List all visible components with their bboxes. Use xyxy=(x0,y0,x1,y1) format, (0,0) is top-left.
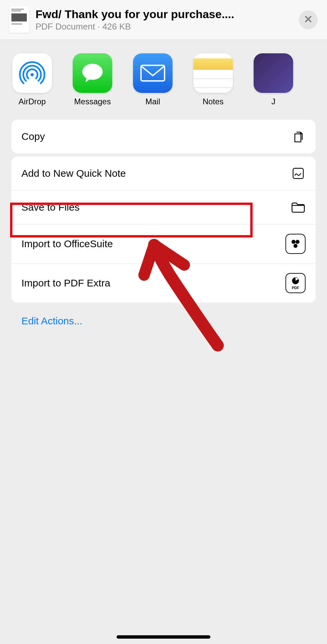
share-app-journal[interactable]: J xyxy=(253,53,293,106)
share-app-mail[interactable]: Mail xyxy=(133,53,173,106)
edit-actions-button[interactable]: Edit Actions... xyxy=(0,306,327,336)
action-label: Add to New Quick Note xyxy=(21,168,126,179)
quick-note-icon xyxy=(291,166,306,181)
document-thumbnail xyxy=(9,7,29,33)
edit-actions-label: Edit Actions... xyxy=(21,315,82,326)
messages-icon xyxy=(73,53,112,93)
save-to-files-action[interactable]: Save to Files xyxy=(11,191,316,224)
action-group-copy: Copy xyxy=(11,120,316,153)
share-app-messages[interactable]: Messages xyxy=(72,53,113,106)
svg-point-7 xyxy=(293,244,298,248)
share-app-notes[interactable]: Notes xyxy=(193,53,233,106)
svg-rect-3 xyxy=(293,168,304,179)
copy-icon xyxy=(291,129,306,144)
mail-icon xyxy=(133,53,173,93)
action-group-main: Add to New Quick Note Save to Files Impo… xyxy=(11,157,316,303)
close-icon xyxy=(304,15,313,25)
document-title: Fwd/ Thank you for your purchase.... xyxy=(36,8,292,21)
app-label: AirDrop xyxy=(18,97,46,106)
svg-point-5 xyxy=(291,240,296,244)
home-indicator[interactable] xyxy=(117,635,210,639)
action-label: Import to PDF Extra xyxy=(21,277,110,289)
officesuite-icon xyxy=(285,234,306,254)
svg-point-1 xyxy=(82,64,103,80)
action-label: Save to Files xyxy=(21,202,79,213)
pdf-badge-label: PDF xyxy=(292,286,299,290)
import-pdfextra-action[interactable]: Import to PDF Extra PDF xyxy=(11,264,316,303)
share-app-airdrop[interactable]: AirDrop xyxy=(12,53,52,106)
app-label: J xyxy=(271,97,275,106)
pdfextra-icon: PDF xyxy=(285,273,306,293)
app-label: Notes xyxy=(203,97,224,106)
share-apps-row[interactable]: AirDrop Messages Mail Notes J xyxy=(0,40,327,116)
document-subtitle: PDF Document · 426 KB xyxy=(36,21,292,32)
folder-icon xyxy=(291,200,306,215)
app-label: Mail xyxy=(145,97,160,106)
airdrop-icon xyxy=(12,53,52,93)
copy-action[interactable]: Copy xyxy=(11,120,316,153)
action-label: Import to OfficeSuite xyxy=(21,238,113,250)
import-officesuite-action[interactable]: Import to OfficeSuite xyxy=(11,224,316,264)
svg-rect-2 xyxy=(141,65,165,81)
notes-icon xyxy=(193,53,233,93)
share-sheet-header: Fwd/ Thank you for your purchase.... PDF… xyxy=(0,0,327,40)
close-button[interactable] xyxy=(299,10,318,29)
svg-point-0 xyxy=(30,73,34,76)
add-to-quick-note-action[interactable]: Add to New Quick Note xyxy=(11,157,316,191)
svg-point-6 xyxy=(296,240,300,244)
app-label: Messages xyxy=(74,97,111,106)
journal-icon xyxy=(254,53,293,93)
action-label: Copy xyxy=(21,131,45,142)
